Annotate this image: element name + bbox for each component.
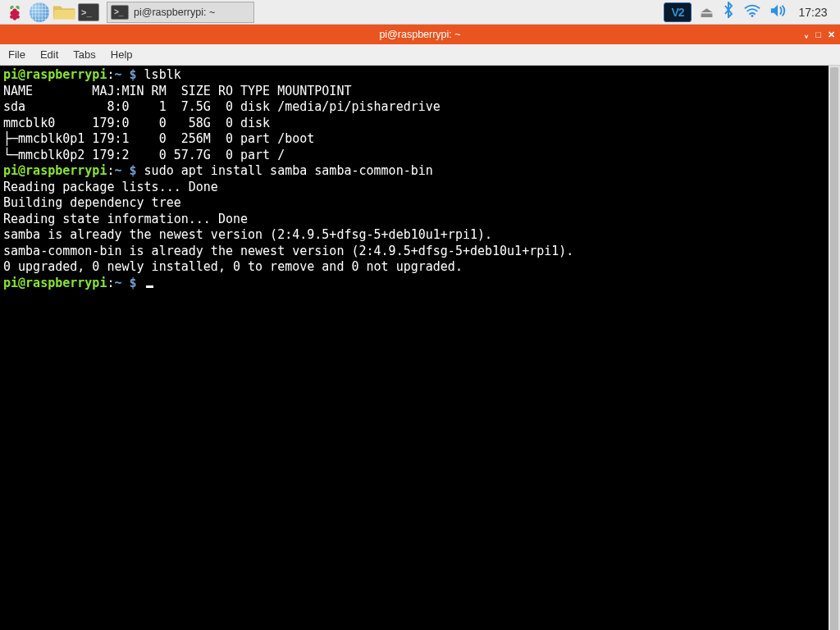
apt-output: Reading package lists... Done [3,180,218,194]
window-title: pi@raspberrypi: ~ [379,29,460,40]
prompt-user: pi@raspberrypi [3,67,107,82]
titlebar-controls: ᵥ □ ✕ [805,25,835,44]
taskbar-left: >_ >_ pi@raspberrypi: ~ [3,1,254,24]
prompt-user: pi@raspberrypi [3,163,107,178]
command-2: sudo apt install samba samba-common-bin [137,163,433,178]
lsblk-row: ├─mmcblk0p1 179:1 0 256M 0 part /boot [3,131,314,146]
prompt-user: pi@raspberrypi [3,276,107,290]
taskbar-right: V2 ⏏ 17:23 [664,2,837,22]
taskbar-window-label: pi@raspberrypi: ~ [134,7,215,18]
lsblk-header: NAME MAJ:MIN RM SIZE RO TYPE MOUNTPOINT [3,84,351,98]
apt-output: 0 upgraded, 0 newly installed, 0 to remo… [3,259,463,274]
bluetooth-icon[interactable] [722,2,735,22]
apt-output: Building dependency tree [3,195,233,210]
clock[interactable]: 17:23 [796,6,830,19]
menu-tabs[interactable]: Tabs [73,48,95,61]
lsblk-row: sda 8:0 1 7.5G 0 disk /media/pi/pishared… [3,99,441,114]
titlebar[interactable]: pi@raspberrypi: ~ ᵥ □ ✕ [0,25,840,44]
command-1: lsblk [137,67,181,82]
terminal-window: pi@raspberrypi: ~ ᵥ □ ✕ File Edit Tabs H… [0,25,840,630]
menu-file[interactable]: File [8,48,25,61]
svg-point-7 [751,14,754,16]
lsblk-row: mmcblk0 179:0 0 58G 0 disk [3,116,277,130]
maximize-button[interactable]: □ [815,30,821,39]
prompt-path: ~ $ [114,163,136,178]
apt-output: Reading state information... Done [3,212,248,226]
terminal-launcher-icon[interactable]: >_ [77,1,100,24]
minimize-button[interactable]: ᵥ [805,30,809,40]
raspberry-menu-icon[interactable] [3,1,26,24]
menu-edit[interactable]: Edit [40,48,58,61]
file-manager-icon[interactable] [52,1,75,24]
eject-icon[interactable]: ⏏ [700,3,714,21]
prompt-path: ~ $ [114,276,136,290]
menubar: File Edit Tabs Help [0,44,840,66]
scrollbar[interactable] [829,66,840,630]
svg-point-6 [13,16,17,20]
apt-output: samba is already the newest version (2:4… [3,227,492,242]
taskbar-window-item[interactable]: >_ pi@raspberrypi: ~ [107,2,254,23]
vnc-icon[interactable]: V2 [664,2,692,22]
web-browser-icon[interactable] [28,1,51,24]
svg-point-2 [12,8,17,13]
terminal-icon: >_ [111,5,129,20]
wifi-icon[interactable] [743,3,761,21]
terminal-body[interactable]: pi@raspberrypi:~ $ lsblk NAME MAJ:MIN RM… [0,66,840,630]
taskbar: >_ >_ pi@raspberrypi: ~ V2 ⏏ 17:23 [0,0,840,25]
prompt-path: ~ $ [114,67,136,82]
menu-help[interactable]: Help [111,48,133,61]
apt-output: samba-common-bin is already the newest v… [3,244,573,258]
scrollbar-thumb[interactable] [830,67,838,630]
lsblk-row: └─mmcblk0p2 179:2 0 57.7G 0 part / [3,148,285,162]
volume-icon[interactable] [769,3,788,21]
cursor [146,285,153,288]
close-button[interactable]: ✕ [828,30,835,40]
